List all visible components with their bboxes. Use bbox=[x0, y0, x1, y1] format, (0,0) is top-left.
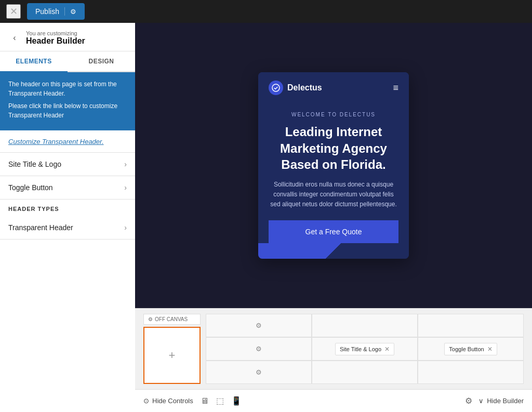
grid-cell-r3c2 bbox=[312, 361, 418, 384]
phone-bottom-decor bbox=[258, 243, 409, 259]
header-types-section-header: HEADER TYPES bbox=[0, 200, 135, 216]
info-box: The header on this page is set from the … bbox=[0, 72, 135, 130]
toggle-button-chip: Toggle Button ✕ bbox=[444, 343, 497, 355]
preview-top: Delectus ≡ WELCOME TO DELECTUS Leading I… bbox=[135, 23, 532, 308]
grid-cell-r1c1: ⚙ bbox=[206, 314, 312, 337]
menu-item-transparent-header[interactable]: Transparent Header › bbox=[0, 216, 135, 240]
toggle-button-chip-label: Toggle Button bbox=[449, 346, 484, 352]
grid-area: ⚙ ⚙ Site Title & Logo ✕ bbox=[206, 314, 524, 384]
sidebar: ‹ You are customizing Header Builder ELE… bbox=[0, 23, 135, 412]
info-line2: Please click the link below to customize… bbox=[8, 101, 127, 120]
menu-item-transparent-header-label: Transparent Header bbox=[8, 223, 73, 232]
hide-builder-button[interactable]: ∨ Hide Builder bbox=[478, 397, 524, 405]
builder-bottom: ⚙ OFF CANVAS + ⚙ bbox=[135, 308, 532, 412]
grid-cell-r3c1: ⚙ bbox=[206, 361, 312, 384]
customize-link-container: Customize Transparent Header. bbox=[0, 130, 135, 153]
main-layout: ‹ You are customizing Header Builder ELE… bbox=[0, 23, 532, 412]
grid-cell-r3c3 bbox=[418, 361, 524, 384]
grid-gear-icon-r3c1[interactable]: ⚙ bbox=[256, 368, 262, 376]
grid-gear-icon-r1c1[interactable]: ⚙ bbox=[256, 322, 262, 329]
chevron-right-icon-3: › bbox=[124, 223, 127, 232]
tab-elements[interactable]: ELEMENTS bbox=[0, 51, 68, 71]
logo-icon bbox=[269, 81, 283, 95]
bottom-controls: ⊙ Hide Controls 🖥 ⬚ 📱 ⚙ ∨ Hide Builder bbox=[135, 389, 532, 412]
menu-item-toggle-button-label: Toggle Button bbox=[8, 183, 53, 192]
headline: Leading Internet Marketing Agency Based … bbox=[269, 124, 398, 172]
settings-gear-icon[interactable]: ⚙ bbox=[465, 396, 472, 406]
back-arrow-button[interactable]: ‹ bbox=[8, 32, 21, 44]
customizing-label: You are customizing bbox=[26, 30, 85, 36]
phone-mockup: Delectus ≡ WELCOME TO DELECTUS Leading I… bbox=[258, 72, 409, 258]
site-title-logo-chip-close[interactable]: ✕ bbox=[384, 345, 390, 353]
close-button[interactable]: ✕ bbox=[6, 4, 21, 19]
grid-cell-r1c3 bbox=[418, 314, 524, 337]
tab-design[interactable]: DESIGN bbox=[68, 51, 135, 71]
site-title-logo-chip: Site Title & Logo ✕ bbox=[335, 343, 394, 355]
logo-text: Delectus bbox=[287, 83, 322, 92]
menu-item-site-title-logo[interactable]: Site Title & Logo › bbox=[0, 153, 135, 176]
device-mobile-icon[interactable]: 📱 bbox=[231, 396, 242, 406]
menu-item-toggle-button[interactable]: Toggle Button › bbox=[0, 176, 135, 200]
top-bar: ✕ Publish ⚙ bbox=[0, 0, 532, 23]
publish-gear-icon[interactable]: ⚙ bbox=[65, 8, 76, 16]
grid-gear-icon-r2c1[interactable]: ⚙ bbox=[256, 345, 262, 353]
off-canvas-text: OFF CANVAS bbox=[155, 316, 188, 322]
svg-point-0 bbox=[272, 84, 280, 91]
cta-button[interactable]: Get a Free Quote bbox=[269, 220, 398, 243]
publish-button[interactable]: Publish ⚙ bbox=[27, 3, 85, 20]
hide-controls-button[interactable]: ⊙ Hide Controls bbox=[143, 397, 193, 405]
info-line1: The header on this page is set from the … bbox=[8, 79, 127, 98]
grid-cell-r2c3: Toggle Button ✕ bbox=[418, 337, 524, 361]
builder-canvas-area: ⚙ OFF CANVAS + ⚙ bbox=[135, 309, 532, 389]
body-text: Sollicitudin eros nulla mus donec a quis… bbox=[269, 180, 398, 210]
phone-logo: Delectus bbox=[269, 81, 322, 95]
grid-cell-r2c1: ⚙ bbox=[206, 337, 312, 361]
sidebar-header-info: You are customizing Header Builder bbox=[26, 30, 85, 46]
menu-item-site-title-logo-label: Site Title & Logo bbox=[8, 160, 61, 168]
hamburger-icon[interactable]: ≡ bbox=[393, 83, 398, 94]
eye-icon: ⊙ bbox=[143, 397, 149, 405]
customize-transparent-header-link[interactable]: Customize Transparent Header. bbox=[8, 138, 104, 145]
phone-header: Delectus ≡ bbox=[258, 72, 409, 103]
phone-content: WELCOME TO DELECTUS Leading Internet Mar… bbox=[258, 103, 409, 243]
bottom-left-controls: ⊙ Hide Controls 🖥 ⬚ 📱 bbox=[143, 396, 242, 406]
chevron-right-icon-2: › bbox=[124, 183, 127, 192]
hide-builder-label: Hide Builder bbox=[487, 397, 524, 405]
preview-area: Delectus ≡ WELCOME TO DELECTUS Leading I… bbox=[135, 23, 532, 412]
device-desktop-icon[interactable]: 🖥 bbox=[201, 396, 209, 406]
toggle-button-chip-close[interactable]: ✕ bbox=[487, 345, 493, 353]
off-canvas-container: ⚙ OFF CANVAS + bbox=[143, 314, 201, 384]
off-canvas-box[interactable]: + bbox=[143, 327, 201, 384]
sidebar-header: ‹ You are customizing Header Builder bbox=[0, 23, 135, 51]
site-title-logo-chip-label: Site Title & Logo bbox=[340, 346, 381, 352]
grid-cell-r2c2: Site Title & Logo ✕ bbox=[312, 337, 418, 361]
chevron-right-icon: › bbox=[124, 160, 127, 168]
add-icon: + bbox=[169, 349, 176, 362]
off-canvas-label: ⚙ OFF CANVAS bbox=[143, 314, 201, 325]
welcome-text: WELCOME TO DELECTUS bbox=[269, 112, 398, 117]
device-tablet-icon[interactable]: ⬚ bbox=[216, 396, 224, 406]
publish-label: Publish bbox=[35, 7, 65, 16]
sidebar-tabs: ELEMENTS DESIGN bbox=[0, 51, 135, 72]
header-builder-title: Header Builder bbox=[26, 36, 85, 46]
off-canvas-gear-icon: ⚙ bbox=[148, 316, 153, 322]
bottom-right-controls: ⚙ ∨ Hide Builder bbox=[465, 396, 524, 406]
hide-controls-label: Hide Controls bbox=[152, 397, 193, 405]
chevron-down-icon: ∨ bbox=[478, 397, 484, 405]
grid-cell-r1c2 bbox=[312, 314, 418, 337]
